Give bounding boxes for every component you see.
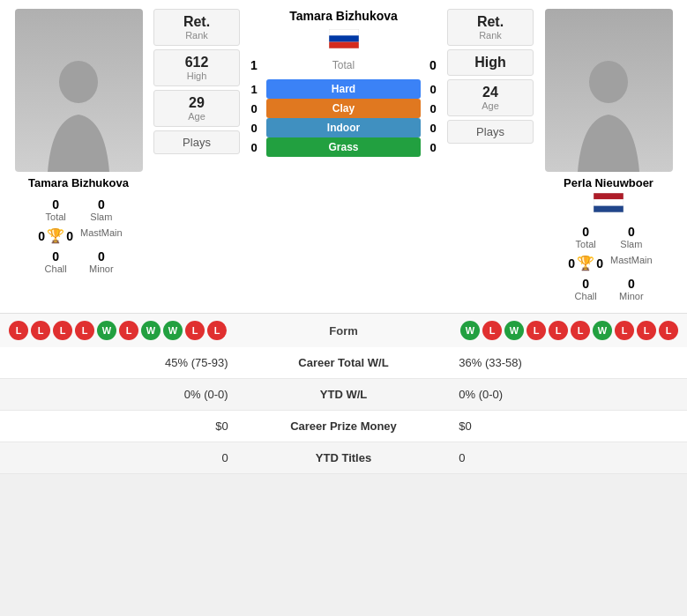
left-info-col: Ret. Rank 612 High 29 Age Plays <box>153 9 240 304</box>
form-badge-l: L <box>119 321 138 340</box>
left-player-stats: 0 Total 0 Slam 0 🏆 0 Mast Main 0 <box>33 195 123 277</box>
right-player-name: Perla Nieuwboer <box>564 176 653 189</box>
right-high-block: High <box>447 49 534 76</box>
surface-rows: 1 Hard 0 0 Clay 0 0 Indoor 0 0 Grass 0 <box>245 79 442 157</box>
form-badge-l: L <box>615 321 634 340</box>
surface-row-indoor: 0 Indoor 0 <box>245 118 442 137</box>
form-section: LLLLWLWWLL Form WLWLLLWLLL <box>0 313 687 347</box>
left-plays-block: Plays <box>153 130 240 154</box>
right-mast-labels: Mast Main <box>609 252 654 274</box>
center-col: Tamara Bizhukova 1 Total 0 1 Hard 0 <box>245 9 442 304</box>
right-plays-block: Plays <box>447 120 534 144</box>
form-badge-l: L <box>207 321 227 340</box>
svg-rect-7 <box>594 199 624 205</box>
svg-rect-6 <box>594 193 624 199</box>
form-badge-l: L <box>31 321 50 340</box>
right-player-avatar <box>545 9 673 172</box>
form-badge-l: L <box>185 321 205 340</box>
right-stat-mast: 0 🏆 0 <box>563 252 609 274</box>
form-badge-l: L <box>9 321 28 340</box>
stats-row: $0 Career Prize Money $0 <box>0 411 687 442</box>
right-player-area: Perla Nieuwboer 0 Total 0 Slam <box>539 9 678 304</box>
left-stat-minor: 0 Minor <box>78 247 124 277</box>
stats-row: 45% (75-93) Career Total W/L 36% (33-58) <box>0 347 687 379</box>
left-player-name: Tamara Bizhukova <box>28 176 129 189</box>
left-stat-mast: 0 🏆 0 <box>33 225 78 247</box>
surface-row-hard: 1 Hard 0 <box>245 79 442 99</box>
svg-point-0 <box>59 61 98 103</box>
left-header-name: Tamara Bizhukova <box>245 9 442 23</box>
left-player-area: Tamara Bizhukova 0 Total 0 Slam 0 🏆 0 Ma… <box>9 9 148 304</box>
right-stat-slam: 0 Slam <box>609 222 654 252</box>
right-player-stats: 0 Total 0 Slam 0 🏆 0 Mast Main 0 <box>563 222 653 304</box>
stats-row: 0% (0-0) YTD W/L 0% (0-0) <box>0 379 687 411</box>
right-stat-chall: 0 Chall <box>563 274 609 304</box>
stats-table: 45% (75-93) Career Total W/L 36% (33-58)… <box>0 347 687 474</box>
form-badge-w: W <box>460 321 480 340</box>
surface-row-grass: 0 Grass 0 <box>245 137 442 157</box>
russia-flag <box>329 29 359 48</box>
left-flag <box>245 29 442 48</box>
left-rank-block: Ret. Rank <box>153 9 240 46</box>
right-flag <box>594 193 624 212</box>
form-badge-l: L <box>571 321 590 340</box>
form-badge-w: W <box>163 321 183 340</box>
right-stat-minor: 0 Minor <box>609 274 654 304</box>
left-stat-slam: 0 Slam <box>78 195 124 225</box>
left-player-avatar <box>15 9 143 172</box>
svg-rect-8 <box>594 206 624 212</box>
left-age-block: 29 Age <box>153 90 240 127</box>
form-badge-l: L <box>659 321 678 340</box>
form-badge-l: L <box>53 321 72 340</box>
form-badge-l: L <box>482 321 502 340</box>
form-badge-l: L <box>549 321 568 340</box>
left-player-silhouette <box>34 57 123 172</box>
top-section: Tamara Bizhukova 0 Total 0 Slam 0 🏆 0 Ma… <box>0 0 687 313</box>
form-badge-l: L <box>75 321 94 340</box>
left-mast-labels: Mast Main <box>78 225 124 247</box>
left-trophy-icon: 🏆 <box>47 227 64 244</box>
left-high-block: 612 High <box>153 49 240 86</box>
form-label: Form <box>232 324 455 338</box>
right-rank-block: Ret. Rank <box>447 9 534 46</box>
form-badge-w: W <box>97 321 116 340</box>
netherlands-flag <box>594 193 624 212</box>
right-trophy-icon: 🏆 <box>577 255 594 271</box>
form-badge-l: L <box>637 321 656 340</box>
left-stat-total: 0 Total <box>33 195 78 225</box>
right-form-badges: WLWLLLWLLL <box>460 321 678 340</box>
surface-row-clay: 0 Clay 0 <box>245 99 442 118</box>
right-stat-total: 0 Total <box>563 222 609 252</box>
left-stat-chall: 0 Chall <box>33 247 78 277</box>
total-row: 1 Total 0 <box>245 56 442 76</box>
right-age-block: 24 Age <box>447 79 534 116</box>
svg-rect-3 <box>329 42 359 48</box>
svg-rect-1 <box>329 29 359 35</box>
svg-rect-2 <box>329 35 359 41</box>
main-container: Tamara Bizhukova 0 Total 0 Slam 0 🏆 0 Ma… <box>0 0 687 474</box>
form-badge-w: W <box>141 321 161 340</box>
form-badge-l: L <box>526 321 546 340</box>
right-player-silhouette <box>564 57 653 172</box>
left-form-badges: LLLLWLWWLL <box>9 321 227 340</box>
svg-point-5 <box>589 61 628 103</box>
stats-row: 0 YTD Titles 0 <box>0 442 687 474</box>
form-badge-w: W <box>504 321 524 340</box>
right-info-col: Ret. Rank High 24 Age Plays <box>447 9 534 304</box>
form-badge-w: W <box>593 321 612 340</box>
